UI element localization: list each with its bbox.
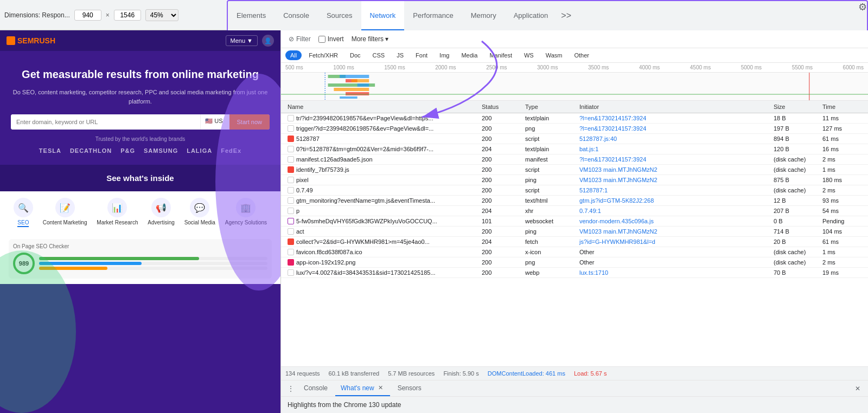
- settings-icon[interactable]: ⚙: [858, 1, 867, 30]
- chip-all[interactable]: All: [285, 50, 302, 60]
- initiator-link[interactable]: bat.js:1: [579, 146, 598, 152]
- icon-social[interactable]: 💬 Social Media: [184, 198, 215, 226]
- initiator-link[interactable]: vendor-modern.435c096a.js: [579, 218, 654, 224]
- file-icon: [288, 187, 294, 193]
- table-row[interactable]: trigger/?id=239948206198576&ev=PageView&…: [281, 124, 868, 134]
- chip-manifest[interactable]: Manifest: [484, 50, 517, 60]
- more-filters-arrow-icon: ▾: [385, 35, 388, 43]
- row-size: 70 B: [771, 269, 820, 276]
- bottom-panel-menu[interactable]: ⋮: [285, 385, 296, 392]
- mark-3000ms: 3000 ms: [537, 64, 558, 70]
- icon-advertising[interactable]: 📢 Advertising: [148, 198, 174, 226]
- chip-css[interactable]: CSS: [368, 50, 390, 60]
- table-row[interactable]: 5-fw0smheDqVHY65fGdk3fGWZPkIyuVoGOCCUQ..…: [281, 216, 868, 227]
- table-row[interactable]: act 200 ping VM1023 main.MTJhNGMzN2 714 …: [281, 227, 868, 237]
- col-time[interactable]: Time: [820, 103, 864, 111]
- table-row[interactable]: p 204 xhr 0.7.49:1 207 B 54 ms: [281, 206, 868, 216]
- chip-fetch-xhr[interactable]: Fetch/XHR: [304, 50, 343, 60]
- initiator-link[interactable]: js?id=G-HYWKMHR981&l=d: [579, 238, 655, 245]
- table-row[interactable]: 0?ti=5128787&tm=gtm002&Ver=2&mid=36b6f9f…: [281, 144, 868, 154]
- bottom-tab-whats-new[interactable]: What's new ✕: [335, 380, 390, 396]
- tab-performance[interactable]: Performance: [404, 1, 462, 30]
- table-row[interactable]: 5128787 200 script 5128787.js:40 894 B 6…: [281, 134, 868, 144]
- bottom-panel-close-button[interactable]: ✕: [852, 384, 864, 393]
- tab-console[interactable]: Console: [275, 1, 318, 30]
- chip-ws[interactable]: WS: [519, 50, 539, 60]
- initiator-link[interactable]: gtm.js?id=GTM-5K82J2:268: [579, 197, 654, 204]
- row-size: 120 B: [771, 145, 820, 153]
- network-table[interactable]: Name Status Type Initiator Size Time tr/…: [281, 101, 868, 366]
- table-row[interactable]: pixel 200 ping VM1023 main.MTJhNGMzN2 87…: [281, 175, 868, 185]
- mark-2500ms: 2500 ms: [486, 64, 507, 70]
- chip-img[interactable]: Img: [435, 50, 454, 60]
- domain-search-input[interactable]: [11, 114, 198, 130]
- icon-seo[interactable]: 🔍 SEO: [14, 198, 33, 227]
- table-row[interactable]: lux/?v=4.0027&id=384343531&sid=173021425…: [281, 268, 868, 278]
- initiator-link[interactable]: VM1023 main.MTJhNGMzN2: [579, 228, 658, 235]
- initiator-link[interactable]: ?l=en&1730214157:3924: [579, 125, 646, 132]
- initiator-link[interactable]: ?l=en&1730214157:3924: [579, 115, 646, 121]
- row-initiator: 0.7.49:1: [577, 207, 771, 215]
- row-status: 200: [480, 114, 523, 122]
- table-row[interactable]: app-icon-192x192.png 200 png Other (disk…: [281, 257, 868, 268]
- zoom-select[interactable]: 45%50%75%100%: [145, 9, 178, 21]
- width-input[interactable]: [74, 10, 101, 21]
- chip-font[interactable]: Font: [411, 50, 432, 60]
- table-row[interactable]: gtm_monitoring?eventName=gtm.js&eventTim…: [281, 196, 868, 206]
- more-filters-label: More filters: [352, 35, 384, 43]
- table-row[interactable]: favicon.f8cd638f087a.ico 200 x-icon Othe…: [281, 247, 868, 257]
- chip-js[interactable]: JS: [392, 50, 409, 60]
- bottom-tab-console[interactable]: Console: [298, 380, 333, 396]
- chip-other[interactable]: Other: [569, 50, 594, 60]
- icon-content[interactable]: 📝 Content Marketing: [43, 198, 87, 226]
- invert-checkbox[interactable]: [318, 36, 326, 43]
- height-input[interactable]: [114, 10, 141, 21]
- initiator-link[interactable]: 0.7.49:1: [579, 208, 601, 214]
- col-size[interactable]: Size: [771, 103, 820, 111]
- row-time: 127 ms: [820, 125, 864, 132]
- icon-market[interactable]: 📊 Market Research: [97, 198, 138, 226]
- table-row[interactable]: identify_7bf75739.js 200 script VM1023 m…: [281, 165, 868, 175]
- col-name[interactable]: Name: [285, 103, 480, 111]
- whats-new-close-button[interactable]: ✕: [376, 384, 385, 392]
- row-type: manifest: [523, 156, 577, 163]
- row-status: 200: [480, 269, 523, 276]
- row-size: (disk cache): [771, 166, 820, 173]
- table-row[interactable]: tr/?id=239948206198576&ev=PageView&dl=ht…: [281, 113, 868, 124]
- chip-doc[interactable]: Doc: [345, 50, 366, 60]
- table-row[interactable]: manifest.c126ad9aade5.json 200 manifest …: [281, 154, 868, 165]
- tab-application[interactable]: Application: [505, 1, 557, 30]
- chip-wasm[interactable]: Wasm: [541, 50, 567, 60]
- table-row[interactable]: collect?v=2&tid=G-HYWKMHR981>m=45je4ao0.…: [281, 237, 868, 247]
- row-size: 714 B: [771, 228, 820, 235]
- more-filters-button[interactable]: More filters ▾: [348, 34, 392, 44]
- col-status[interactable]: Status: [480, 103, 523, 111]
- tab-elements[interactable]: Elements: [228, 1, 275, 30]
- table-row[interactable]: 0.7.49 200 script 5128787:1 (disk cache)…: [281, 185, 868, 196]
- semrush-logo-icon: [7, 36, 15, 45]
- menu-button[interactable]: Menu ▼: [226, 35, 258, 46]
- user-icon[interactable]: 👤: [262, 35, 274, 47]
- initiator-link[interactable]: 5128787:1: [579, 187, 608, 193]
- chip-media[interactable]: Media: [456, 50, 482, 60]
- initiator-link[interactable]: ?l=en&1730214157:3924: [579, 156, 646, 163]
- initiator-link[interactable]: lux.ts:1710: [579, 269, 608, 276]
- timeline-chart: [281, 73, 868, 101]
- initiator-link[interactable]: VM1023 main.MTJhNGMzN2: [579, 177, 658, 183]
- invert-checkbox-label[interactable]: Invert: [318, 35, 344, 43]
- col-initiator[interactable]: Initiator: [577, 103, 771, 111]
- tab-sources[interactable]: Sources: [318, 1, 361, 30]
- row-name: gtm_monitoring?eventName=gtm.js&eventTim…: [285, 197, 480, 204]
- bottom-tab-sensors[interactable]: Sensors: [392, 380, 427, 396]
- tab-memory[interactable]: Memory: [462, 1, 505, 30]
- more-tabs-button[interactable]: >>: [557, 1, 576, 30]
- filter-button[interactable]: ⊘ Filter: [285, 34, 314, 44]
- tab-network[interactable]: Network: [361, 1, 405, 30]
- mark-1000ms: 1000 ms: [333, 64, 354, 70]
- initiator-link[interactable]: 5128787.js:40: [579, 135, 617, 142]
- row-name-text: favicon.f8cd638f087a.ico: [296, 249, 362, 255]
- timeline-area[interactable]: 500 ms 1000 ms 1500 ms 2000 ms 2500 ms 3…: [281, 63, 868, 101]
- file-icon: [288, 238, 294, 245]
- initiator-link[interactable]: VM1023 main.MTJhNGMzN2: [579, 166, 658, 173]
- col-type[interactable]: Type: [523, 103, 577, 111]
